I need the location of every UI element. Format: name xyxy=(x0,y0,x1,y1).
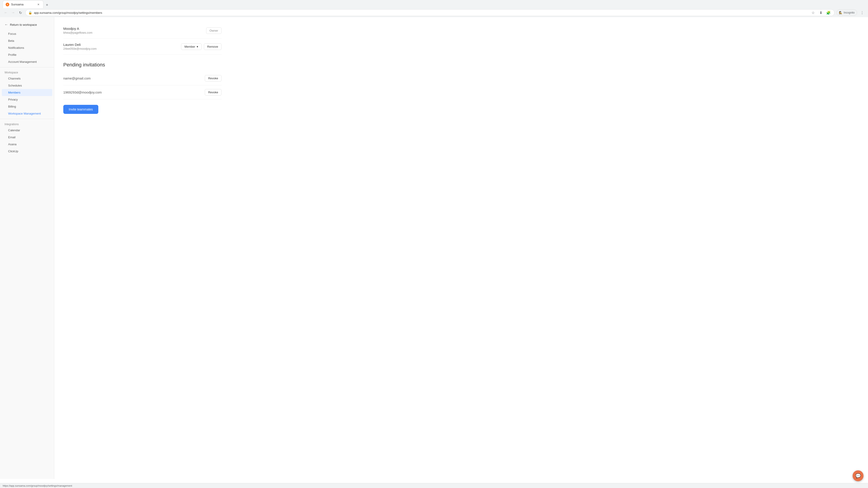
member-role-dropdown[interactable]: Member ▾ xyxy=(181,43,202,50)
sidebar-item-asana[interactable]: Asana xyxy=(2,141,52,148)
member-actions-lauren: Member ▾ Remove xyxy=(181,43,221,50)
sidebar-item-account-management[interactable]: Account Management xyxy=(2,58,52,65)
active-tab[interactable]: S Sunsama ✕ xyxy=(3,0,43,8)
sidebar-item-email[interactable]: Email xyxy=(2,134,52,141)
invite-teammates-button[interactable]: Invite teammates xyxy=(63,105,98,114)
member-actions-moodjoy: Owner xyxy=(206,27,221,34)
sidebar-item-clickup[interactable]: ClickUp xyxy=(2,148,52,155)
member-info-moodjoy: Moodjoy A bhea@pageflows.com xyxy=(63,27,206,34)
url-text: app.sunsama.com/group/moodjoy/settings/m… xyxy=(34,11,808,14)
reload-button[interactable]: ↻ xyxy=(17,9,24,16)
back-button[interactable]: ← xyxy=(3,9,9,16)
invitation-email-1: name@gmail.com xyxy=(63,76,205,80)
content-inner: Moodjoy A bhea@pageflows.com Owner Laure… xyxy=(54,17,230,119)
extensions-button[interactable]: 🧩 xyxy=(825,9,832,16)
tab-bar: S Sunsama ✕ + xyxy=(0,0,868,8)
browser-chrome: S Sunsama ✕ + ← → ↻ 🔒 app.sunsama.com/gr… xyxy=(0,0,868,17)
tab-label: Sunsama xyxy=(11,3,24,6)
divider-1 xyxy=(0,67,54,67)
member-row-lauren: Lauren Deli 24ee050e@moodjoy.com Member … xyxy=(63,39,221,55)
main-content: Moodjoy A bhea@pageflows.com Owner Laure… xyxy=(54,17,868,479)
download-button[interactable]: ⬇ xyxy=(817,9,824,16)
incognito-badge[interactable]: 🕵 Incognito xyxy=(836,9,857,16)
sidebar-item-notifications[interactable]: Notifications xyxy=(2,44,52,51)
invitation-email-2: 1969293d@moodjoy.com xyxy=(63,90,205,94)
address-bar-row: ← → ↻ 🔒 app.sunsama.com/group/moodjoy/se… xyxy=(0,8,868,17)
member-name-moodjoy: Moodjoy A xyxy=(63,27,206,31)
pending-invitations-title: Pending invitations xyxy=(63,62,221,68)
integrations-section-header: Integrations xyxy=(0,121,54,127)
menu-button[interactable]: ⋮ xyxy=(859,9,865,16)
sidebar: ← Return to workspace Focus Beta Notific… xyxy=(0,17,54,479)
remove-member-button[interactable]: Remove xyxy=(204,43,221,50)
sidebar-item-profile[interactable]: Profile xyxy=(2,51,52,58)
sidebar-item-beta[interactable]: Beta xyxy=(2,37,52,44)
sidebar-item-channels[interactable]: Channels xyxy=(2,75,52,82)
forward-button[interactable]: → xyxy=(10,9,16,16)
sidebar-item-schedules[interactable]: Schedules xyxy=(2,82,52,89)
dropdown-arrow-icon: ▾ xyxy=(197,45,198,48)
sidebar-item-focus[interactable]: Focus xyxy=(2,30,52,37)
sidebar-item-calendar[interactable]: Calendar xyxy=(2,127,52,134)
owner-badge: Owner xyxy=(206,27,221,34)
return-label: Return to workspace xyxy=(10,23,37,26)
address-bar-actions: ☆ ⬇ 🧩 xyxy=(810,9,832,16)
member-row-moodjoy: Moodjoy A bhea@pageflows.com Owner xyxy=(63,23,221,39)
incognito-icon: 🕵 xyxy=(839,11,842,14)
sidebar-item-members[interactable]: Members xyxy=(2,89,52,96)
return-to-workspace-link[interactable]: ← Return to workspace xyxy=(0,21,54,30)
address-bar[interactable]: 🔒 app.sunsama.com/group/moodjoy/settings… xyxy=(25,9,835,16)
nav-buttons: ← → ↻ xyxy=(3,9,24,16)
sidebar-item-workspace-management[interactable]: Workspace Management xyxy=(2,110,52,117)
sidebar-item-privacy[interactable]: Privacy xyxy=(2,96,52,103)
member-info-lauren: Lauren Deli 24ee050e@moodjoy.com xyxy=(63,43,181,51)
back-arrow-icon: ← xyxy=(4,23,8,27)
sidebar-item-billing[interactable]: Billing xyxy=(2,103,52,110)
member-email-lauren: 24ee050e@moodjoy.com xyxy=(63,47,181,51)
incognito-label: Incognito xyxy=(844,11,855,14)
app-container: ← Return to workspace Focus Beta Notific… xyxy=(0,17,868,479)
tab-close-button[interactable]: ✕ xyxy=(36,2,40,6)
member-email-moodjoy: bhea@pageflows.com xyxy=(63,31,206,34)
revoke-button-2[interactable]: Revoke xyxy=(205,89,221,96)
chat-icon: 💬 xyxy=(855,473,861,479)
bookmark-button[interactable]: ☆ xyxy=(810,9,816,16)
divider-2 xyxy=(0,119,54,119)
member-role-label: Member xyxy=(184,45,195,48)
revoke-button-1[interactable]: Revoke xyxy=(205,75,221,82)
member-name-lauren: Lauren Deli xyxy=(63,43,181,46)
new-tab-button[interactable]: + xyxy=(44,2,50,8)
workspace-section-header: Workspace xyxy=(0,69,54,75)
invitation-row-1: name@gmail.com Revoke xyxy=(63,71,221,86)
tab-favicon: S xyxy=(6,3,9,6)
lock-icon: 🔒 xyxy=(28,11,32,14)
invitation-row-2: 1969293d@moodjoy.com Revoke xyxy=(63,86,221,99)
